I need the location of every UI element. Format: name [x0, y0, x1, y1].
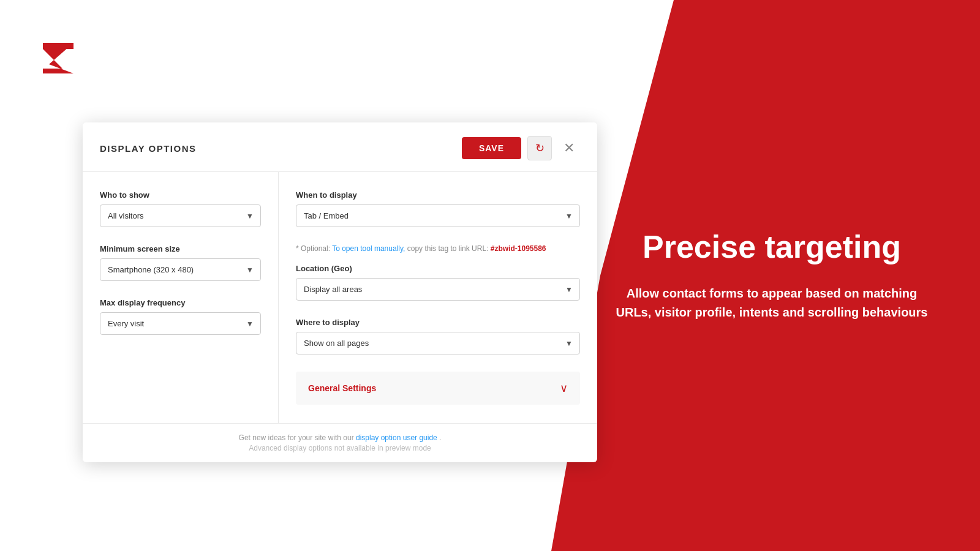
footer-note: Advanced display options not available i…	[100, 444, 580, 452]
dialog-footer: Get new ideas for your site with our dis…	[83, 423, 597, 462]
footer-period: .	[439, 433, 441, 442]
optional-static-text: * Optional:	[296, 244, 330, 253]
dialog-title: DISPLAY OPTIONS	[100, 143, 197, 154]
min-screen-size-label: Minimum screen size	[100, 244, 261, 253]
max-display-freq-group: Max display frequency Every visit Once p…	[100, 298, 261, 335]
footer-static-text: Get new ideas for your site with our	[239, 433, 356, 442]
max-display-freq-select[interactable]: Every visit Once per session Once per da…	[100, 312, 261, 335]
promo-content: Precise targeting Allow contact forms to…	[612, 229, 931, 322]
min-screen-size-select-wrapper: Smartphone (320 x 480) Tablet (768 x 102…	[100, 258, 261, 281]
right-panel: When to display Tab / Embed On page load…	[279, 172, 597, 423]
where-to-display-select-wrapper: Show on all pages Specific pages Exclude…	[296, 332, 580, 354]
general-settings-chevron-icon: ∨	[560, 381, 568, 395]
max-display-freq-label: Max display frequency	[100, 298, 261, 307]
when-to-display-group: When to display Tab / Embed On page load…	[296, 190, 580, 227]
footer-text: Get new ideas for your site with our dis…	[100, 433, 580, 442]
footer-link[interactable]: display option user guide	[356, 433, 437, 442]
refresh-icon: ↻	[535, 141, 545, 155]
close-button[interactable]: ✕	[558, 137, 580, 159]
who-to-show-label: Who to show	[100, 190, 261, 200]
logo-area	[37, 37, 80, 82]
optional-link[interactable]: To open tool manually,	[332, 244, 405, 253]
general-settings-label: General Settings	[308, 383, 376, 393]
location-geo-group: Location (Geo) Display all areas Specifi…	[296, 264, 580, 301]
logo-icon	[37, 37, 80, 80]
optional-tag: #zbwid-1095586	[491, 244, 546, 253]
dialog-body: Who to show All visitors New visitors Re…	[83, 172, 597, 423]
when-to-display-select-wrapper: Tab / Embed On page load On scroll On ex…	[296, 204, 580, 227]
dialog-header: DISPLAY OPTIONS SAVE ↻ ✕	[83, 122, 597, 172]
left-panel: Who to show All visitors New visitors Re…	[83, 172, 279, 423]
when-to-display-select[interactable]: Tab / Embed On page load On scroll On ex…	[296, 204, 580, 227]
where-to-display-group: Where to display Show on all pages Speci…	[296, 318, 580, 354]
save-button[interactable]: SAVE	[462, 137, 521, 159]
optional-copy-text: copy this tag to link URL:	[407, 244, 489, 253]
dialog-actions: SAVE ↻ ✕	[462, 136, 580, 160]
who-to-show-select-wrapper: All visitors New visitors Returning visi…	[100, 204, 261, 227]
location-geo-select-wrapper: Display all areas Specific country Speci…	[296, 278, 580, 301]
when-to-display-label: When to display	[296, 190, 580, 200]
where-to-display-select[interactable]: Show on all pages Specific pages Exclude…	[296, 332, 580, 354]
close-icon: ✕	[564, 140, 575, 156]
refresh-button[interactable]: ↻	[527, 136, 552, 160]
max-display-freq-select-wrapper: Every visit Once per session Once per da…	[100, 312, 261, 335]
min-screen-size-select[interactable]: Smartphone (320 x 480) Tablet (768 x 102…	[100, 258, 261, 281]
promo-title: Precise targeting	[612, 229, 931, 266]
location-geo-select[interactable]: Display all areas Specific country Speci…	[296, 278, 580, 301]
optional-note: * Optional: To open tool manually, copy …	[296, 244, 580, 253]
min-screen-size-group: Minimum screen size Smartphone (320 x 48…	[100, 244, 261, 281]
display-options-dialog: DISPLAY OPTIONS SAVE ↻ ✕ Who to show All…	[83, 122, 597, 462]
location-geo-label: Location (Geo)	[296, 264, 580, 273]
where-to-display-label: Where to display	[296, 318, 580, 327]
general-settings-section[interactable]: General Settings ∨	[296, 372, 580, 405]
who-to-show-group: Who to show All visitors New visitors Re…	[100, 190, 261, 227]
promo-description: Allow contact forms to appear based on m…	[612, 284, 931, 322]
who-to-show-select[interactable]: All visitors New visitors Returning visi…	[100, 204, 261, 227]
